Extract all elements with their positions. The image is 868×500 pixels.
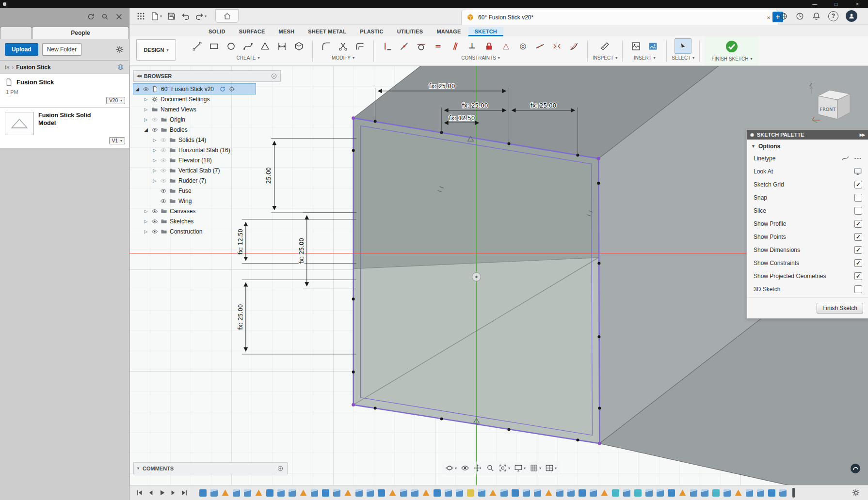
- timeline-feature[interactable]: [579, 489, 586, 497]
- job-status-clock-icon[interactable]: [795, 12, 804, 21]
- tab-sketch[interactable]: SKETCH: [468, 27, 503, 36]
- browser-item-sketches[interactable]: ▷ Sketches: [133, 216, 281, 226]
- palette-option-linetype[interactable]: Linetype: [747, 152, 868, 165]
- group-label-finish-sketch[interactable]: FINISH SKETCH▾: [711, 56, 752, 62]
- browser-item-wing[interactable]: Wing: [133, 196, 281, 206]
- concentric-constraint-button[interactable]: ◎: [514, 38, 531, 54]
- browser-item-root[interactable]: ◢ 60" Fusion Stick v20: [133, 84, 256, 94]
- workspace-switcher[interactable]: DESIGN ▾: [136, 39, 176, 61]
- project-tool-button[interactable]: [290, 38, 307, 54]
- checkbox[interactable]: [854, 246, 862, 254]
- browser-options-icon[interactable]: [271, 73, 277, 79]
- timeline-feature[interactable]: [690, 489, 697, 497]
- undo-icon[interactable]: [181, 12, 190, 21]
- expand-icon[interactable]: ▷: [152, 138, 158, 142]
- timeline-feature[interactable]: [199, 489, 207, 497]
- expand-icon[interactable]: ▷: [152, 148, 158, 153]
- eye-icon[interactable]: [160, 147, 167, 154]
- tab-people[interactable]: People: [32, 27, 129, 39]
- tab-utilities[interactable]: UTILITIES: [391, 27, 430, 36]
- close-window-button[interactable]: ×: [847, 0, 868, 8]
- timeline-feature[interactable]: [333, 489, 340, 497]
- timeline-feature[interactable]: [255, 489, 262, 497]
- timeline-feature[interactable]: [668, 489, 675, 497]
- checkbox[interactable]: [854, 285, 862, 293]
- timeline-feature[interactable]: [411, 489, 418, 497]
- timeline-feature[interactable]: [779, 489, 787, 497]
- trim-tool-button[interactable]: [335, 38, 352, 54]
- expand-comments-icon[interactable]: ▾: [137, 466, 139, 470]
- polygon-tool-button[interactable]: [257, 38, 273, 54]
- close-tab-icon[interactable]: ×: [764, 14, 773, 21]
- timeline-feature[interactable]: [367, 489, 374, 497]
- timeline-feature[interactable]: [634, 489, 642, 497]
- play-icon[interactable]: [158, 488, 166, 497]
- search-icon[interactable]: [101, 13, 109, 21]
- timeline-settings[interactable]: [852, 488, 860, 497]
- dimension-label[interactable]: fx: 25.00: [237, 304, 244, 330]
- palette-option-snap[interactable]: Snap: [747, 191, 868, 204]
- look-at-icon[interactable]: [853, 167, 862, 176]
- timeline-feature[interactable]: [277, 489, 285, 497]
- coincident-constraint-button[interactable]: [396, 38, 413, 54]
- timeline-feature[interactable]: [723, 489, 731, 497]
- version-chip[interactable]: V1▾: [109, 137, 125, 144]
- timeline-position-marker[interactable]: [792, 488, 795, 498]
- view-cube-front-label[interactable]: FRONT: [820, 107, 836, 112]
- palette-option-show-profile[interactable]: Show Profile: [747, 217, 868, 230]
- linetype-spline-icon[interactable]: [841, 154, 850, 163]
- zoom-button[interactable]: [485, 463, 496, 473]
- finish-sketch-palette-button[interactable]: Finish Sketch: [817, 303, 863, 313]
- timeline-feature[interactable]: [757, 489, 764, 497]
- palette-option-show-points[interactable]: Show Points: [747, 230, 868, 243]
- version-chip[interactable]: V20▾: [106, 97, 125, 104]
- timeline-feature[interactable]: [478, 489, 485, 497]
- skip-to-end-icon[interactable]: [180, 488, 189, 497]
- checkbox[interactable]: [854, 181, 862, 188]
- breadcrumb-current[interactable]: Fusion Stick: [16, 64, 50, 71]
- timeline-feature[interactable]: [322, 489, 329, 497]
- timeline-feature[interactable]: [512, 489, 519, 497]
- cloud-project-icon[interactable]: [117, 63, 124, 71]
- expand-icon[interactable]: ▷: [152, 158, 158, 163]
- extensions-globe-icon[interactable]: [779, 12, 788, 21]
- expand-icon[interactable]: ◢: [143, 127, 149, 132]
- checkbox[interactable]: [854, 259, 862, 267]
- browser-item-named-views[interactable]: ▷ Named Views: [133, 104, 281, 114]
- tab-data-stub[interactable]: [0, 27, 32, 39]
- browser-item-rudder[interactable]: ▷ Rudder (7): [133, 175, 281, 186]
- upload-button[interactable]: Upload: [5, 43, 38, 56]
- view-cube[interactable]: Z FRONT: [805, 80, 856, 125]
- eye-icon[interactable]: [151, 228, 158, 235]
- eye-icon[interactable]: [151, 218, 158, 225]
- finish-sketch-button[interactable]: [722, 38, 741, 55]
- group-label-select[interactable]: SELECT▾: [672, 55, 694, 61]
- save-icon[interactable]: [167, 12, 176, 21]
- fit-button[interactable]: ▾: [498, 463, 511, 473]
- palette-options-section[interactable]: ▼ Options: [747, 140, 868, 152]
- job-status-button[interactable]: [850, 463, 861, 474]
- checkbox[interactable]: [854, 233, 862, 241]
- palette-option-sketch-grid[interactable]: Sketch Grid: [747, 178, 868, 191]
- look-at-button[interactable]: [460, 463, 470, 473]
- minimize-button[interactable]: —: [804, 0, 825, 8]
- insert-decal-button[interactable]: [627, 38, 644, 54]
- expand-icon[interactable]: ▷: [143, 219, 149, 224]
- timeline-feature[interactable]: [422, 489, 430, 497]
- perpendicular-constraint-button[interactable]: ⊥: [464, 38, 481, 54]
- timeline-feature[interactable]: [746, 489, 753, 497]
- fix-constraint-button[interactable]: [481, 38, 498, 54]
- timeline-feature[interactable]: [523, 489, 530, 497]
- eye-icon[interactable]: [160, 177, 167, 184]
- browser-item-canvases[interactable]: ▷ Canvases: [133, 206, 281, 216]
- timeline-feature[interactable]: [645, 489, 653, 497]
- browser-item-vertical-stab[interactable]: ▷ Vertical Stab (7): [133, 165, 281, 175]
- tab-manage[interactable]: MANAGE: [430, 27, 467, 36]
- timeline-feature[interactable]: [590, 489, 597, 497]
- timeline-feature[interactable]: [601, 489, 608, 497]
- display-settings-button[interactable]: ▾: [513, 463, 527, 473]
- dimension-tool-button[interactable]: [273, 38, 290, 54]
- eye-icon[interactable]: [151, 126, 158, 133]
- expand-icon[interactable]: ▷: [152, 178, 158, 183]
- tab-surface[interactable]: SURFACE: [233, 27, 272, 36]
